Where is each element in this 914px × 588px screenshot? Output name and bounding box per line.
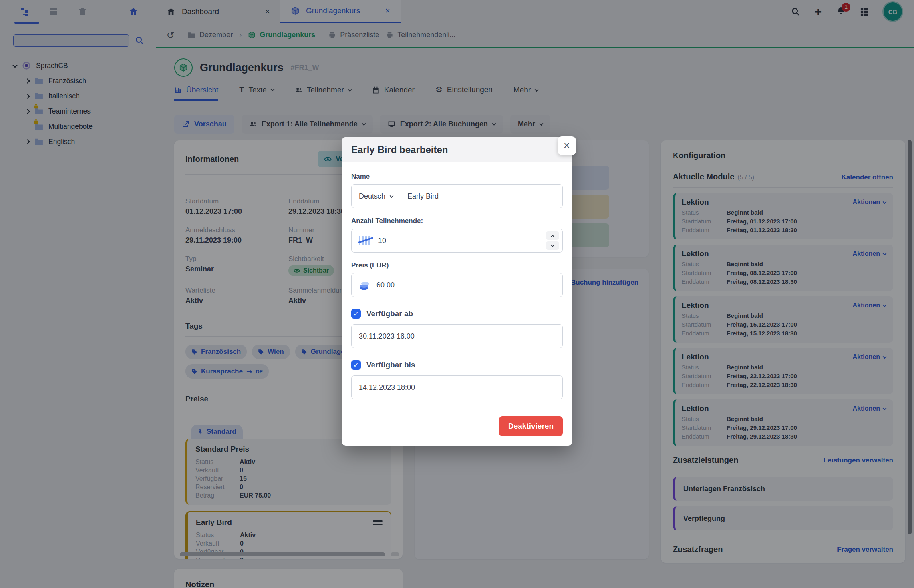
verfuegbar-bis-input[interactable]: 14.12.2023 18:00: [351, 375, 563, 399]
close-icon: ×: [564, 140, 570, 152]
modal-footer: Deaktivieren: [342, 399, 572, 436]
close-modal-button[interactable]: ×: [558, 136, 576, 155]
verfuegbar-bis-row: ✓ Verfügbar bis: [351, 360, 563, 370]
app-window: SprachCB Französisch Italienisch Teamint…: [0, 0, 914, 588]
stepper-up-button[interactable]: [546, 231, 559, 240]
date-value: 30.11.2023 18:00: [359, 332, 415, 341]
name-group: Name Deutsch Early Bird: [351, 173, 563, 208]
verfuegbar-ab-checkbox[interactable]: ✓: [351, 309, 361, 319]
modal-body: Name Deutsch Early Bird Anzahl Teilnehme…: [342, 162, 572, 399]
chevron-down-icon: [390, 194, 394, 198]
preis-group: Preis (EUR) 60.00: [351, 261, 563, 297]
coins-icon: [359, 279, 371, 291]
verfuegbar-bis-checkbox[interactable]: ✓: [351, 360, 361, 370]
anzahl-value: 10: [378, 237, 386, 245]
modal-title: Early Bird bearbeiten: [351, 144, 448, 155]
chevron-down-icon: [550, 243, 554, 247]
tally-icon: [359, 235, 372, 246]
anzahl-label: Anzahl Teilnehmende:: [351, 217, 563, 225]
check-icon: ✓: [353, 310, 358, 318]
checkbox-label: Verfügbar ab: [366, 309, 413, 318]
language-value: Deutsch: [359, 192, 385, 201]
preis-input[interactable]: 60.00: [351, 273, 563, 297]
checkbox-label: Verfügbar bis: [366, 361, 415, 369]
name-value: Early Bird: [407, 192, 439, 201]
verfuegbar-ab-row: ✓ Verfügbar ab: [351, 309, 563, 319]
name-label: Name: [351, 173, 563, 181]
verfuegbar-ab-input[interactable]: 30.11.2023 18:00: [351, 324, 563, 348]
stepper-controls: [546, 231, 559, 250]
anzahl-group: Anzahl Teilnehmende: 10: [351, 217, 563, 253]
anzahl-stepper-input[interactable]: 10: [351, 229, 563, 253]
preis-label: Preis (EUR): [351, 261, 563, 269]
preis-value: 60.00: [376, 281, 395, 289]
chevron-up-icon: [550, 235, 554, 239]
modal-header: Early Bird bearbeiten: [342, 137, 572, 162]
deaktivieren-button[interactable]: Deaktivieren: [499, 416, 563, 436]
date-value: 14.12.2023 18:00: [359, 383, 415, 392]
name-input[interactable]: Deutsch Early Bird: [351, 184, 563, 208]
check-icon: ✓: [353, 361, 358, 369]
early-bird-edit-modal: Early Bird bearbeiten × Name Deutsch Ear…: [342, 137, 572, 446]
language-select[interactable]: Deutsch: [359, 192, 393, 201]
stepper-down-button[interactable]: [546, 241, 559, 250]
